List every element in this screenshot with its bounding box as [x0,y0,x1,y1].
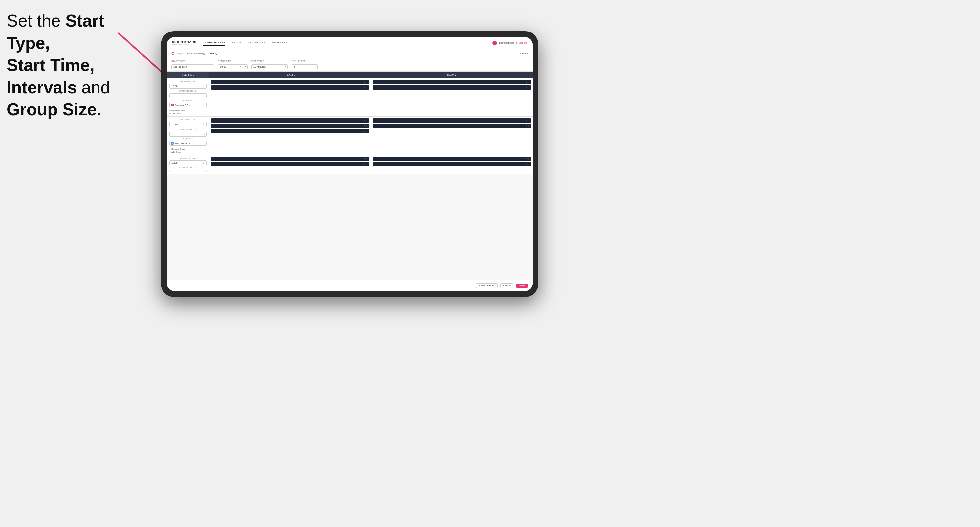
team-row: × ○ [211,162,369,167]
time-field-icon-2: ⏱ [202,123,205,126]
team-row-edit-btn[interactable]: ○ [366,119,368,122]
start-time-group: Start Time 10:00 ⏱ [218,60,248,69]
course-tag-close-2[interactable]: × [189,143,190,145]
team-row-x-btn[interactable]: × [526,125,527,127]
team-row-actions: × ○ [526,86,529,89]
remove-icon-2: ○ [169,148,171,150]
team-row-x-btn[interactable]: × [364,158,365,160]
start-type-select[interactable]: 1st Tee Start [171,64,214,69]
start-time-select[interactable]: 10:00 [218,64,248,69]
starting-hole-label-1: STARTING HOLE: [169,90,207,92]
team-row-edit-btn[interactable]: ○ [366,130,368,132]
starting-hole-field-2[interactable]: 1 [169,132,207,137]
start-type-select-wrap: 1st Tee Start [171,63,214,69]
team-row-edit-btn[interactable]: ○ [366,163,368,165]
starting-time-field-1[interactable]: 10:00 ⏱ [169,84,207,89]
team-row-x-btn[interactable]: × [526,119,527,122]
course-tag-close-1[interactable]: × [189,104,191,106]
team-row-x-btn[interactable]: × [526,158,527,160]
team-row: × ○ [211,124,369,128]
reset-changes-button[interactable]: Reset Changes [476,283,498,288]
team-row-edit-btn[interactable]: ○ [528,119,529,122]
starting-time-label-1: STARTING TIME: [169,80,207,83]
bold-start-time: Start Time, [6,56,95,75]
team-row-x-btn[interactable]: × [526,86,527,89]
starting-hole-field-1[interactable]: 1 [169,93,207,98]
group-size-select[interactable]: 3 [291,64,318,69]
nav-tab-rankings[interactable]: RANKINGS [272,40,287,46]
team-row-edit-btn[interactable]: ○ [528,81,529,83]
team-row-x-btn[interactable]: × [364,125,365,127]
save-button[interactable]: Save [516,284,528,288]
team-row-x-btn[interactable]: × [364,119,365,122]
nav-tab-tournaments[interactable]: TOURNAMENTS [203,40,225,46]
col-tee-time: Tee Time [167,71,210,78]
team-row: × ○ [372,80,531,84]
team-row-edit-btn[interactable]: ○ [366,158,368,160]
starting-hole-wrap-2: 1 ▾ [169,132,207,137]
cancel-button[interactable]: Cancel [500,283,514,288]
team-row-edit-btn[interactable]: ○ [528,86,529,89]
add-group-btn-1[interactable]: + Add Group [169,112,207,114]
instruction-text: Set the Start Type, Start Time, Interval… [6,10,145,121]
starting-hole-label-2: STARTING HOLE: [169,128,207,130]
team-row-x-btn[interactable]: × [526,81,527,83]
hole-arrow-1: ▾ [204,95,205,97]
team-row-x-btn[interactable]: × [364,163,365,165]
course-name-1: Peachtree GC [175,104,188,106]
starting-time-label-2: STARTING TIME: [169,119,207,121]
remove-group-btn-1[interactable]: ○ Remove Group [169,109,207,111]
controls-bar: Start Type 1st Tee Start Start Time 10:0… [167,58,533,71]
tee-left-2: STARTING TIME: 10:10 ⏱ STARTING HOLE: 1 … [167,117,210,155]
team-row: × ○ [211,157,369,161]
starting-hole-field-3[interactable] [169,170,207,172]
nav-tab-teams[interactable]: TEAMS [232,40,242,46]
team-row-actions: × ○ [526,119,529,122]
team1-cell-1: × ○ × ○ [210,78,371,116]
intervals-group: Intervals 10 Minutes [251,60,288,69]
back-button[interactable]: < Back [520,52,528,55]
col-team2: Team 2 [371,71,533,78]
breadcrumb-tournament[interactable]: Clippd Invitational (May) [177,52,205,55]
nav-tab-committee[interactable]: COMMITTEE [248,40,266,46]
tee-group-3: STARTING TIME: 10:20 ⏱ STARTING HOLE: [167,155,533,174]
team-row-x-btn[interactable]: × [364,86,365,89]
remove-group-btn-2[interactable]: ○ Remove Group [169,148,207,150]
team-row-x-btn[interactable]: × [364,81,365,83]
starting-hole-wrap-1: 1 ▾ [169,93,207,98]
team-row: × ○ [372,119,531,123]
main-content: Tee Time Team 1 Team 2 STARTING TIME: 10… [167,71,533,280]
breadcrumb-bar: C Clippd Invitational (May) › Hosting < … [167,49,533,58]
add-group-btn-2[interactable]: + Add Group [169,151,207,153]
starting-hole-label-3: STARTING HOLE: [169,167,207,169]
bold-intervals: Intervals [6,78,77,97]
intervals-select-wrap: 10 Minutes [251,63,288,69]
team-row-edit-btn[interactable]: ○ [366,125,368,127]
navbar-right: blair@clippd.io | Sign out [492,41,527,45]
team-row: × ○ [211,85,369,90]
navbar-tabs: TOURNAMENTS TEAMS COMMITTEE RANKINGS [203,40,492,46]
team-row: × ○ [372,162,531,167]
team-row-edit-btn[interactable]: ○ [528,163,529,165]
team-row: × ○ [211,129,369,133]
starting-time-field-2[interactable]: 10:10 ⏱ [169,122,207,127]
team-row-actions: × ○ [364,158,368,160]
group-size-label: Group Size [291,60,318,62]
team-row-actions: × ○ [364,125,368,127]
team1-cell-3: × ○ × ○ [210,155,371,174]
team-row-edit-btn[interactable]: ○ [528,158,529,160]
starting-time-field-3[interactable]: 10:20 ⏱ [169,160,207,165]
team-row-edit-btn[interactable]: ○ [366,81,368,83]
add-icon-2: + [169,151,171,153]
hole-arrow-2: ▾ [204,133,205,135]
sign-out-link[interactable]: Sign out [519,42,527,44]
team-row-x-btn[interactable]: × [364,130,365,132]
starting-hole-wrap-3 [169,170,207,172]
team-row-actions: × ○ [364,163,368,165]
team-row-edit-btn[interactable]: ○ [366,86,368,89]
starting-time-value-2: 10:10 [171,123,178,126]
start-type-label: Start Type [171,60,214,62]
team-row-edit-btn[interactable]: ○ [528,125,529,127]
intervals-select[interactable]: 10 Minutes [251,64,288,69]
team-row-x-btn[interactable]: × [526,163,527,165]
